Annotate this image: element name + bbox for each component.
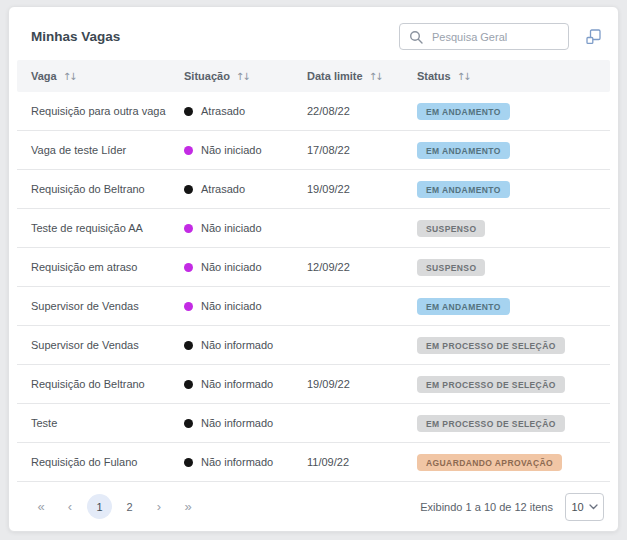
situacao-dot-icon xyxy=(184,107,193,116)
search-input[interactable] xyxy=(430,30,559,44)
sort-icon[interactable]: ↑↓ xyxy=(457,71,470,82)
table-row[interactable]: Requisição do Beltrano Não informado 19/… xyxy=(17,365,610,404)
vagas-table: Vaga ↑↓ Situação ↑↓ Data limite ↑↓ Statu… xyxy=(17,60,610,482)
situacao-dot-icon xyxy=(184,146,193,155)
vaga-cell: Supervisor de Vendas xyxy=(17,339,184,351)
situacao-cell: Não iniciado xyxy=(184,222,307,234)
situacao-dot-icon xyxy=(184,458,193,467)
table-row[interactable]: Supervisor de Vendas Não iniciado EM AND… xyxy=(17,287,610,326)
page-title: Minhas Vagas xyxy=(31,29,399,44)
status-cell: EM PROCESSO DE SELEÇÃO xyxy=(417,415,610,432)
situacao-cell: Não informado xyxy=(184,456,307,468)
situacao-dot-icon xyxy=(184,263,193,272)
situacao-cell: Não informado xyxy=(184,417,307,429)
situacao-dot-icon xyxy=(184,419,193,428)
data-limite-cell: 19/09/22 xyxy=(307,378,417,390)
table-header-row: Vaga ↑↓ Situação ↑↓ Data limite ↑↓ Statu… xyxy=(17,60,610,92)
status-badge: EM PROCESSO DE SELEÇÃO xyxy=(417,337,565,354)
table-row[interactable]: Requisição do Fulano Não informado 11/09… xyxy=(17,443,610,482)
situacao-label: Não iniciado xyxy=(201,300,262,312)
status-badge: EM ANDAMENTO xyxy=(417,142,510,159)
status-badge: EM ANDAMENTO xyxy=(417,181,510,198)
page-size-value: 10 xyxy=(571,501,583,513)
status-cell: EM ANDAMENTO xyxy=(417,142,610,159)
status-cell: EM ANDAMENTO xyxy=(417,103,610,120)
status-cell: AGUARDANDO APROVAÇÃO xyxy=(417,454,610,471)
vaga-cell: Teste xyxy=(17,417,184,429)
column-header-vaga[interactable]: Vaga ↑↓ xyxy=(17,70,184,82)
table-row[interactable]: Teste Não informado EM PROCESSO DE SELEÇ… xyxy=(17,404,610,443)
status-cell: SUSPENSO xyxy=(417,259,610,276)
first-page-button[interactable]: « xyxy=(29,495,53,519)
data-limite-cell: 19/09/22 xyxy=(307,183,417,195)
situacao-cell: Não informado xyxy=(184,339,307,351)
situacao-label: Não informado xyxy=(201,378,273,390)
situacao-cell: Atrasado xyxy=(184,105,307,117)
situacao-label: Não iniciado xyxy=(201,261,262,273)
page-size-select[interactable]: 10 xyxy=(565,493,604,521)
vaga-cell: Teste de requisição AA xyxy=(17,222,184,234)
situacao-label: Não informado xyxy=(201,339,273,351)
table-row[interactable]: Vaga de teste Líder Não iniciado 17/08/2… xyxy=(17,131,610,170)
data-limite-cell: 17/08/22 xyxy=(307,144,417,156)
status-cell: EM PROCESSO DE SELEÇÃO xyxy=(417,376,610,393)
column-header-situacao[interactable]: Situação ↑↓ xyxy=(184,70,307,82)
situacao-label: Atrasado xyxy=(201,105,245,117)
column-header-data-limite[interactable]: Data limite ↑↓ xyxy=(307,70,417,82)
situacao-cell: Atrasado xyxy=(184,183,307,195)
data-limite-cell: 11/09/22 xyxy=(307,456,417,468)
table-row[interactable]: Requisição para outra vaga Atrasado 22/0… xyxy=(17,92,610,131)
status-badge: AGUARDANDO APROVAÇÃO xyxy=(417,454,562,471)
situacao-label: Não iniciado xyxy=(201,222,262,234)
previous-page-button[interactable]: ‹ xyxy=(58,495,82,519)
status-badge: SUSPENSO xyxy=(417,220,485,237)
vaga-cell: Requisição do Fulano xyxy=(17,456,184,468)
pagination-pages: 12 xyxy=(87,494,142,519)
sort-icon[interactable]: ↑↓ xyxy=(369,71,382,82)
status-cell: EM ANDAMENTO xyxy=(417,181,610,198)
table-row[interactable]: Supervisor de Vendas Não informado EM PR… xyxy=(17,326,610,365)
status-badge: SUSPENSO xyxy=(417,259,485,276)
table-row[interactable]: Requisição em atraso Não iniciado 12/09/… xyxy=(17,248,610,287)
situacao-dot-icon xyxy=(184,224,193,233)
chevron-down-icon xyxy=(589,504,598,510)
situacao-cell: Não iniciado xyxy=(184,144,307,156)
situacao-label: Não informado xyxy=(201,456,273,468)
status-badge: EM ANDAMENTO xyxy=(417,298,510,315)
last-page-button[interactable]: » xyxy=(176,495,200,519)
minhas-vagas-card: Minhas Vagas Vaga ↑↓ xyxy=(8,6,619,532)
situacao-label: Atrasado xyxy=(201,183,245,195)
situacao-cell: Não iniciado xyxy=(184,300,307,312)
items-summary: Exibindo 1 a 10 de 12 itens xyxy=(420,501,553,513)
vaga-cell: Supervisor de Vendas xyxy=(17,300,184,312)
column-header-status[interactable]: Status ↑↓ xyxy=(417,70,610,82)
next-page-button[interactable]: › xyxy=(147,495,171,519)
card-footer: « ‹ 12 › » Exibindo 1 a 10 de 12 itens 1… xyxy=(9,482,618,531)
table-row[interactable]: Teste de requisição AA Não iniciado SUSP… xyxy=(17,209,610,248)
vaga-cell: Requisição do Beltrano xyxy=(17,183,184,195)
expand-button[interactable] xyxy=(582,26,604,48)
status-cell: EM PROCESSO DE SELEÇÃO xyxy=(417,337,610,354)
vaga-cell: Requisição em atraso xyxy=(17,261,184,273)
page-button-1[interactable]: 1 xyxy=(87,494,112,519)
situacao-dot-icon xyxy=(184,302,193,311)
status-badge: EM PROCESSO DE SELEÇÃO xyxy=(417,376,565,393)
vaga-cell: Requisição para outra vaga xyxy=(17,105,184,117)
status-badge: EM ANDAMENTO xyxy=(417,103,510,120)
situacao-cell: Não informado xyxy=(184,378,307,390)
situacao-label: Não informado xyxy=(201,417,273,429)
page-button-2[interactable]: 2 xyxy=(117,494,142,519)
sort-icon[interactable]: ↑↓ xyxy=(63,71,76,82)
data-limite-cell: 12/09/22 xyxy=(307,261,417,273)
situacao-dot-icon xyxy=(184,185,193,194)
vaga-cell: Requisição do Beltrano xyxy=(17,378,184,390)
sort-icon[interactable]: ↑↓ xyxy=(236,71,249,82)
table-body: Requisição para outra vaga Atrasado 22/0… xyxy=(17,92,610,482)
situacao-dot-icon xyxy=(184,341,193,350)
situacao-dot-icon xyxy=(184,380,193,389)
pagination: « ‹ 12 › » xyxy=(29,494,420,519)
data-limite-cell: 22/08/22 xyxy=(307,105,417,117)
table-row[interactable]: Requisição do Beltrano Atrasado 19/09/22… xyxy=(17,170,610,209)
expand-icon xyxy=(585,28,602,45)
card-header: Minhas Vagas xyxy=(9,7,618,60)
